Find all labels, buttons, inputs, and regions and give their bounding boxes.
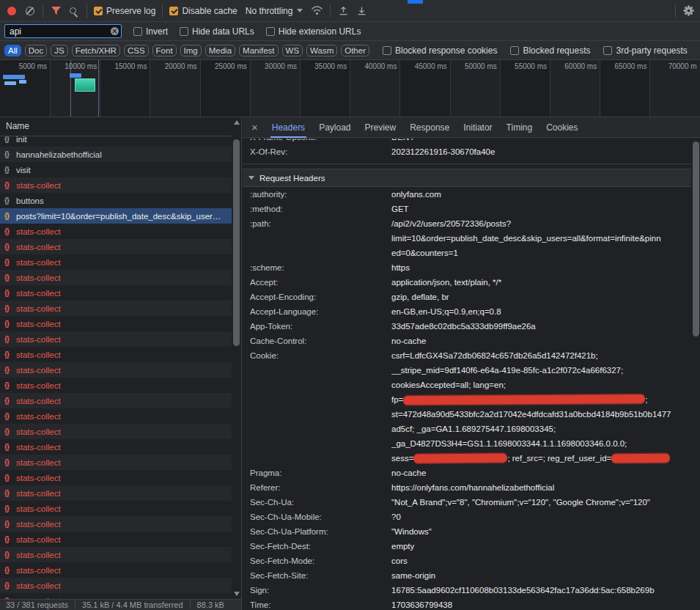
import-har-button[interactable] <box>337 3 349 19</box>
timeline-tick-label: 35000 ms <box>297 62 347 70</box>
header-name: Time: <box>250 598 391 610</box>
request-row[interactable]: {}init <box>0 136 232 147</box>
disable-cache-checkbox[interactable] <box>169 7 178 15</box>
filter-type-ws[interactable]: WS <box>282 45 303 56</box>
hide-data-urls-checkbox[interactable] <box>180 27 188 36</box>
filter-type-all[interactable]: All <box>4 45 21 56</box>
braces-icon: {} <box>4 320 16 328</box>
request-row[interactable]: {}stats-collect <box>0 516 232 532</box>
scroll-up-arrow[interactable] <box>234 120 240 125</box>
tab-cookies[interactable]: Cookies <box>546 117 578 138</box>
request-row[interactable]: {}stats-collect <box>0 177 232 193</box>
tab-headers[interactable]: Headers <box>272 117 305 138</box>
blocked-response-cookies-label: Blocked response cookies <box>395 45 497 56</box>
throttling-select[interactable]: No throttling <box>244 6 305 16</box>
request-row[interactable]: {}stats-collect <box>0 316 232 331</box>
tab-response[interactable]: Response <box>410 117 449 138</box>
header-value-text: onlyfans.com <box>391 190 441 199</box>
request-row[interactable]: {}stats-collect <box>0 439 232 455</box>
name-column-header[interactable]: Name <box>0 117 232 136</box>
tab-preview[interactable]: Preview <box>365 117 397 138</box>
filter-type-font[interactable]: Font <box>152 45 177 56</box>
header-row: Accept-Encoding:gzip, deflate, br <box>243 290 691 304</box>
details-tabs: HeadersPayloadPreviewResponseInitiatorTi… <box>272 117 578 138</box>
record-button[interactable] <box>6 3 18 19</box>
request-row[interactable]: {}visit <box>0 162 232 177</box>
settings-button[interactable] <box>682 3 694 19</box>
request-row[interactable]: {}stats-collect <box>0 532 232 547</box>
request-row[interactable]: {}hannahelizabethofficial <box>0 147 232 162</box>
blocked-requests-toggle[interactable]: Blocked requests <box>510 45 590 56</box>
request-row[interactable]: {}stats-collect <box>0 285 232 301</box>
blocked-requests-checkbox[interactable] <box>510 46 519 55</box>
filter-type-media[interactable]: Media <box>205 45 235 56</box>
header-value: GET <box>391 202 691 216</box>
close-details-icon[interactable]: × <box>251 117 258 138</box>
request-row[interactable]: {}stats-collect <box>0 562 232 578</box>
filter-type-css[interactable]: CSS <box>124 45 149 56</box>
preserve-log-checkbox[interactable] <box>94 7 103 15</box>
request-row[interactable]: {}buttons <box>0 193 232 208</box>
scrollbar-thumb[interactable] <box>693 142 699 337</box>
request-row[interactable]: {}posts?limit=10&order=publish_date_desc… <box>0 208 232 224</box>
filter-type-wasm[interactable]: Wasm <box>306 45 337 56</box>
invert-checkbox[interactable] <box>133 27 142 36</box>
hide-extension-urls-toggle[interactable]: Hide extension URLs <box>266 26 361 37</box>
filter-type-img[interactable]: Img <box>180 45 202 56</box>
invert-toggle[interactable]: Invert <box>133 26 168 37</box>
clear-button[interactable] <box>24 3 36 19</box>
blocked-response-cookies-checkbox[interactable] <box>383 46 391 55</box>
filter-type-fetch-xhr[interactable]: Fetch/XHR <box>72 45 120 56</box>
scrollbar-thumb[interactable] <box>233 139 240 346</box>
request-row[interactable]: {}stats-collect <box>0 393 232 408</box>
waterfall-overview[interactable]: 5000 ms10000 ms15000 ms20000 ms25000 ms3… <box>0 60 700 117</box>
filter-type-other[interactable]: Other <box>341 45 369 56</box>
request-row[interactable]: {}stats-collect <box>0 470 232 485</box>
details-scrollbar[interactable] <box>691 139 700 610</box>
request-row[interactable]: {}stats-collect <box>0 455 232 470</box>
tab-initiator[interactable]: Initiator <box>463 117 492 138</box>
header-name: Sec-Fetch-Site: <box>250 568 391 583</box>
request-name: stats-collect <box>16 474 61 482</box>
request-row[interactable]: {}stats-collect <box>0 424 232 439</box>
search-button[interactable] <box>68 3 80 19</box>
request-row[interactable]: {}stats-collect <box>0 239 232 254</box>
disable-cache-toggle[interactable]: Disable cache <box>169 6 237 16</box>
third-party-requests-checkbox[interactable] <box>603 46 612 55</box>
request-row[interactable]: {}stats-collect <box>0 501 232 516</box>
request-row[interactable]: {}stats-collect <box>0 378 232 393</box>
request-row[interactable]: {}stats-collect <box>0 362 232 378</box>
request-headers-section-header[interactable]: Request Headers <box>243 169 691 187</box>
filter-type-manifest[interactable]: Manifest <box>239 45 278 56</box>
request-row[interactable]: {}stats-collect <box>0 301 232 316</box>
request-row[interactable]: {}stats-collect <box>0 224 232 239</box>
tab-timing[interactable]: Timing <box>506 117 533 138</box>
request-row[interactable]: {}stats-collect <box>0 485 232 501</box>
scroll-down-arrow[interactable] <box>234 592 240 596</box>
request-row[interactable]: {}stats-collect <box>0 547 232 562</box>
hide-extension-urls-checkbox[interactable] <box>266 27 275 36</box>
request-row[interactable]: {}stats-collect <box>0 254 232 270</box>
request-row[interactable]: {}stats-collect <box>0 578 232 593</box>
blocked-response-cookies-toggle[interactable]: Blocked response cookies <box>383 45 497 56</box>
third-party-requests-toggle[interactable]: 3rd-party requests <box>603 45 687 56</box>
request-row[interactable]: {}stats-collect <box>0 331 232 347</box>
clear-filter-icon[interactable] <box>111 27 119 35</box>
request-row[interactable]: {}stats-collect <box>0 270 232 285</box>
request-row[interactable]: {}stats-collect <box>0 593 232 599</box>
tab-payload[interactable]: Payload <box>319 117 350 138</box>
filter-toggle-button[interactable] <box>50 3 62 19</box>
request-row[interactable]: {}stats-collect <box>0 347 232 362</box>
request-row[interactable]: {}stats-collect <box>0 408 232 424</box>
request-list-scrollbar[interactable] <box>232 117 241 599</box>
header-name: Cookie: <box>250 348 391 363</box>
request-name: stats-collect <box>16 458 61 467</box>
filter-type-doc[interactable]: Doc <box>25 45 47 56</box>
export-har-button[interactable] <box>355 3 367 19</box>
hide-data-urls-toggle[interactable]: Hide data URLs <box>180 26 254 37</box>
network-conditions-button[interactable] <box>311 3 323 19</box>
filter-type-js[interactable]: JS <box>51 45 67 56</box>
header-value-text: __stripe_mid=9df140f6-e64a-419e-85fc-a1c… <box>391 366 623 375</box>
filter-input[interactable] <box>4 24 122 38</box>
preserve-log-toggle[interactable]: Preserve log <box>94 6 155 16</box>
